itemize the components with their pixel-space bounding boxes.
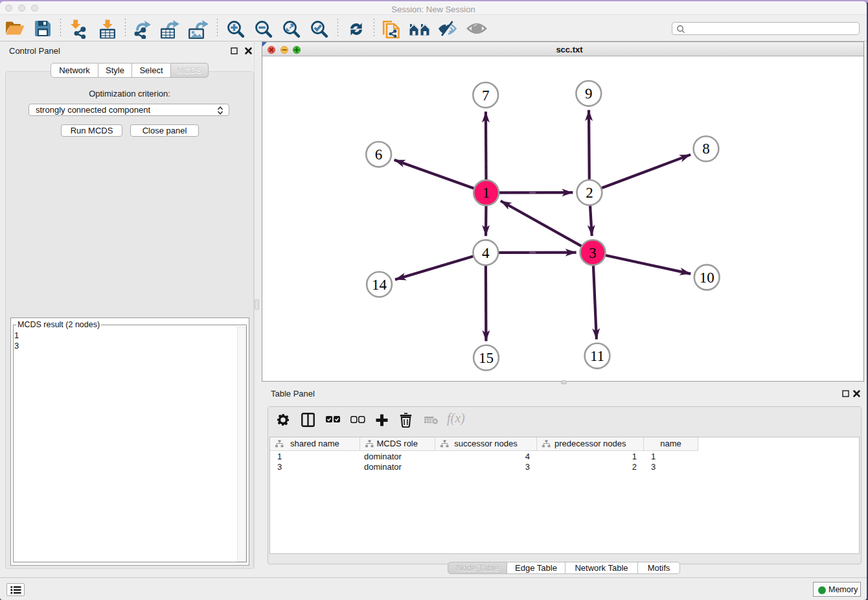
svg-text:2: 2 <box>586 185 593 201</box>
svg-text:11: 11 <box>590 348 604 364</box>
svg-text:3: 3 <box>589 245 597 261</box>
svg-text:14: 14 <box>372 277 387 293</box>
svg-text:8: 8 <box>702 141 710 157</box>
svg-text:6: 6 <box>375 146 383 163</box>
svg-text:4: 4 <box>482 245 490 261</box>
svg-text:7: 7 <box>482 87 490 104</box>
svg-text:10: 10 <box>700 270 714 286</box>
svg-text:1: 1 <box>483 185 490 201</box>
svg-text:9: 9 <box>585 86 593 102</box>
svg-text:15: 15 <box>479 350 494 366</box>
